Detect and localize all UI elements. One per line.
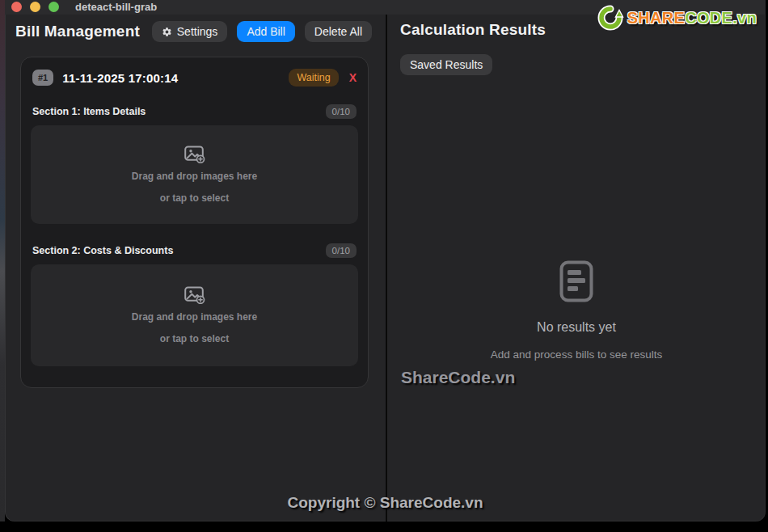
section-1-header: Section 1: Items Details 0/10 [32,104,357,119]
zoom-window-button[interactable] [49,2,59,12]
close-window-button[interactable] [11,2,22,12]
minimize-window-button[interactable] [30,2,40,12]
remove-bill-button[interactable]: X [349,71,357,84]
dropzone-text: Drag and drop images here [132,311,257,323]
bill-number-badge: #1 [32,70,53,86]
section-1-title: Section 1: Items Details [32,106,146,117]
dropzone-subtext: or tap to select [160,192,229,204]
image-plus-icon [184,146,205,163]
receipt-icon [558,260,595,302]
calculation-results-panel: Calculation Results Saved Results No res… [387,15,766,521]
window-title: deteact-bill-grab [75,0,157,14]
dropzone-subtext: or tap to select [160,333,229,344]
watermark-text: ShareCode.vn [401,368,515,387]
bill-card-header: #1 11-11-2025 17:00:14 Waiting X [32,69,357,87]
sharecode-logo: SHARECODE.vn [596,3,757,32]
section-1-count-badge: 0/10 [326,104,357,119]
image-plus-icon [184,286,205,304]
bill-card: #1 11-11-2025 17:00:14 Waiting X Section… [20,57,369,388]
page-title: Bill Management [15,23,140,40]
recycle-icon [596,3,625,32]
traffic-lights [11,2,59,12]
main-content: Bill Management Settings Add Bill Delete… [5,15,766,521]
logo-text: SHARECODE.vn [627,9,757,27]
bill-timestamp: 11-11-2025 17:00:14 [62,71,178,85]
results-panel-title: Calculation Results [400,21,546,39]
app-window: deteact-bill-grab Bill Management Settin… [5,0,766,521]
empty-state-title: No results yet [537,320,616,335]
dropzone-items-details[interactable]: Drag and drop images here or tap to sele… [31,125,358,224]
bill-management-panel: Bill Management Settings Add Bill Delete… [5,15,386,521]
dropzone-costs-discounts[interactable]: Drag and drop images here or tap to sele… [31,264,358,366]
empty-state-subtitle: Add and process bills to see results [491,348,662,361]
delete-all-button-label: Delete All [314,25,362,38]
delete-all-button[interactable]: Delete All [305,21,372,42]
settings-button[interactable]: Settings [152,21,228,42]
saved-results-button[interactable]: Saved Results [400,54,492,75]
dropzone-text: Drag and drop images here [132,171,257,182]
status-badge: Waiting [289,69,338,87]
section-2-title: Section 2: Costs & Discounts [32,245,173,256]
gear-icon [162,27,172,37]
add-bill-button-label: Add Bill [247,25,285,38]
section-2-header: Section 2: Costs & Discounts 0/10 [32,243,357,258]
saved-results-button-label: Saved Results [410,58,483,71]
logo-share: SHARE [627,9,686,27]
empty-state: No results yet Add and process bills to … [387,260,766,361]
section-2-count-badge: 0/10 [326,243,357,258]
add-bill-button[interactable]: Add Bill [237,21,294,42]
bill-management-header: Bill Management Settings Add Bill Delete… [5,21,386,42]
logo-vn: .vn [732,9,757,27]
logo-code: CODE [685,9,732,27]
settings-button-label: Settings [177,25,218,38]
